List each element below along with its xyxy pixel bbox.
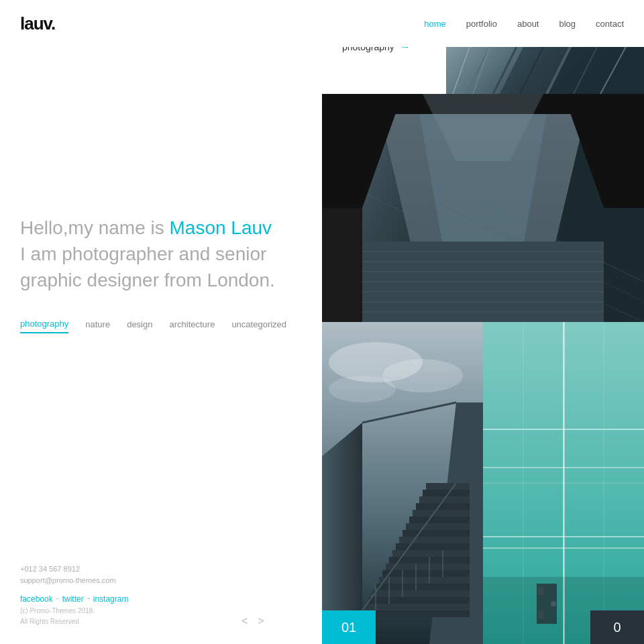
arch-svg-stairs [322, 322, 483, 644]
svg-rect-46 [399, 537, 470, 543]
separator-2: - [87, 594, 90, 604]
teal-grid-overlay [483, 322, 644, 644]
next-arrow[interactable]: > [258, 615, 264, 627]
email-address: support@promo-themes.com [20, 575, 116, 587]
nav-home[interactable]: home [424, 19, 446, 29]
tab-photography[interactable]: photography [20, 319, 68, 333]
photo-teal-inner [483, 322, 644, 644]
right-panel: photography → [322, 0, 644, 644]
site-header: lauv. home portfolio about blog contact [0, 0, 644, 47]
nav-contact[interactable]: contact [596, 19, 624, 29]
hero-heading: Hello,my name is Mason Lauv [20, 215, 302, 241]
copyright-line2: All Rights Reserved [20, 616, 95, 627]
svg-rect-53 [423, 490, 470, 496]
left-panel: Hello,my name is Mason Lauv I am photogr… [0, 0, 322, 644]
separator-1: - [56, 594, 59, 604]
social-links: facebook - twitter - instagram [20, 594, 128, 604]
arch-svg-main [322, 94, 644, 322]
instagram-link[interactable]: instagram [93, 594, 129, 604]
hero-line3: graphic designer from London. [20, 267, 302, 293]
current-slide-number: 01 [341, 620, 356, 635]
tab-design[interactable]: design [127, 319, 152, 333]
contact-info: +012 34 567 8912 support@promo-themes.co… [20, 564, 116, 587]
nav-portfolio[interactable]: portfolio [466, 19, 497, 29]
category-tabs: photography nature design architecture u… [20, 319, 286, 333]
svg-rect-39 [376, 584, 470, 590]
svg-rect-54 [426, 483, 470, 490]
svg-rect-49 [409, 517, 470, 523]
svg-rect-42 [386, 564, 470, 570]
svg-point-32 [329, 376, 396, 402]
hero-line2: I am photographer and senior [20, 241, 302, 267]
hero-section: Hello,my name is Mason Lauv I am photogr… [20, 215, 302, 294]
tab-nature[interactable]: nature [85, 319, 110, 333]
svg-rect-47 [402, 530, 470, 537]
site-logo[interactable]: lauv. [20, 13, 55, 34]
tab-uncategorized[interactable]: uncategorized [231, 319, 286, 333]
total-slide-number: 0 [613, 620, 621, 635]
prev-arrow[interactable]: < [241, 615, 248, 627]
photo-stairs [322, 322, 483, 644]
slide-counter-current: 01 [322, 610, 376, 644]
hero-prefix: Hello,my name is [20, 217, 170, 238]
nav-about[interactable]: about [517, 19, 539, 29]
svg-rect-41 [382, 570, 470, 577]
svg-rect-38 [372, 590, 470, 597]
copyright-section: (c) Promo-Themes 2018. All Rights Reserv… [20, 606, 95, 627]
hero-name: Mason Lauv [170, 217, 272, 238]
copyright-line1: (c) Promo-Themes 2018. [20, 606, 95, 616]
main-nav: home portfolio about blog contact [424, 19, 624, 29]
photo-main-inner [322, 94, 644, 322]
svg-rect-48 [406, 523, 470, 530]
tab-architecture[interactable]: architecture [169, 319, 215, 333]
svg-rect-35 [362, 610, 470, 617]
slide-counter-total: 0 [590, 610, 644, 644]
svg-rect-40 [379, 577, 470, 584]
svg-rect-37 [369, 597, 470, 604]
svg-rect-50 [413, 510, 470, 517]
svg-rect-36 [366, 604, 470, 610]
photo-teal [483, 322, 644, 644]
facebook-link[interactable]: facebook [20, 594, 53, 604]
phone-number: +012 34 567 8912 [20, 564, 116, 576]
nav-arrows: < > [241, 615, 264, 627]
twitter-link[interactable]: twitter [62, 594, 84, 604]
svg-rect-51 [416, 503, 470, 510]
photo-stairs-inner [322, 322, 483, 644]
nav-blog[interactable]: blog [559, 19, 576, 29]
teal-horizontal-line [483, 547, 644, 549]
photo-main [322, 94, 644, 322]
